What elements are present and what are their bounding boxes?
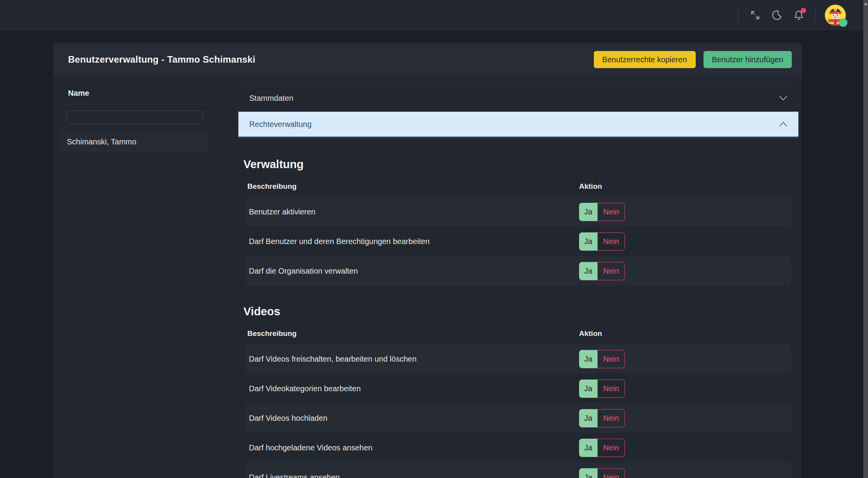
table-header: Beschreibung Aktion — [246, 328, 791, 339]
dark-mode-button[interactable] — [769, 7, 785, 23]
table-row: Darf hochgeladene Videos ansehen Ja Nein — [246, 433, 791, 462]
permission-toggle: Ja Nein — [579, 262, 625, 280]
accordion-label: Rechteverwaltung — [249, 120, 312, 129]
permission-toggle: Ja Nein — [579, 409, 625, 427]
expand-icon — [750, 10, 761, 21]
divider — [60, 104, 209, 104]
toggle-nein-button[interactable]: Nein — [597, 439, 625, 457]
permission-toggle: Ja Nein — [579, 203, 625, 221]
user-avatar[interactable] — [824, 4, 846, 26]
toggle-ja-button[interactable]: Ja — [579, 439, 597, 457]
moon-icon — [772, 10, 782, 21]
card-header: Benutzerverwaltung - Tammo Schimanski Be… — [53, 43, 802, 76]
online-status-dot — [839, 18, 847, 27]
toggle-ja-button[interactable]: Ja — [579, 380, 597, 398]
accordion-item-stammdaten[interactable]: Stammdaten — [238, 85, 798, 112]
toggle-ja-button[interactable]: Ja — [579, 468, 597, 478]
top-navigation-bar — [0, 0, 863, 30]
table-row: Darf Livestreams ansehen Ja Nein — [246, 462, 791, 478]
header-actions: Benutzerrechte kopieren Benutzer hinzufü… — [594, 51, 792, 68]
fullscreen-button[interactable] — [747, 7, 763, 23]
section-videos: Videos Beschreibung Aktion Darf Videos f… — [238, 304, 799, 478]
user-list-item[interactable]: Schimanski, Tammo — [60, 130, 209, 153]
permission-description: Darf die Organisation verwalten — [246, 267, 579, 276]
toggle-nein-button[interactable]: Nein — [597, 409, 625, 427]
toggle-nein-button[interactable]: Nein — [597, 262, 625, 280]
table-row: Benutzer aktivieren Ja Nein — [246, 197, 791, 227]
toggle-nein-button[interactable]: Nein — [597, 232, 625, 251]
notification-badge — [801, 8, 806, 13]
accordion-label: Stammdaten — [249, 94, 293, 103]
section-title: Videos — [243, 304, 799, 319]
table-row: Darf die Organisation verwalten Ja Nein — [246, 256, 791, 286]
divider — [738, 8, 738, 23]
permission-toggle: Ja Nein — [579, 232, 625, 251]
toggle-nein-button[interactable]: Nein — [597, 380, 625, 398]
table-header: Beschreibung Aktion — [246, 181, 791, 192]
table-row: Darf Videokategorien bearbeiten Ja Nein — [246, 374, 791, 403]
permission-table: Benutzer aktivieren Ja Nein Darf Benutze… — [246, 197, 791, 286]
accordion: Stammdaten Rechteverwaltung — [238, 85, 799, 139]
name-column-header: Name — [68, 89, 209, 98]
table-row: Darf Benutzer und deren Berechtigungen b… — [246, 227, 791, 256]
column-header-beschreibung: Beschreibung — [246, 182, 579, 191]
chevron-down-icon — [779, 94, 788, 103]
column-header-beschreibung: Beschreibung — [246, 329, 579, 338]
section-title: Verwaltung — [243, 156, 799, 172]
details-panel: Stammdaten Rechteverwaltung — [238, 85, 799, 478]
topbar-actions — [735, 4, 863, 26]
permission-toggle: Ja Nein — [579, 468, 625, 478]
notifications-button[interactable] — [791, 7, 807, 23]
section-verwaltung: Verwaltung Beschreibung Aktion Benutzer … — [238, 156, 799, 286]
toggle-nein-button[interactable]: Nein — [597, 468, 625, 478]
toggle-nein-button[interactable]: Nein — [597, 350, 625, 368]
toggle-ja-button[interactable]: Ja — [579, 350, 597, 368]
name-filter-input[interactable] — [67, 111, 203, 124]
page-title: Benutzerverwaltung - Tammo Schimanski — [68, 54, 256, 65]
divider — [816, 8, 816, 23]
vertical-scrollbar[interactable] — [863, 0, 868, 478]
permission-description: Darf Videokategorien bearbeiten — [246, 384, 579, 393]
permission-description: Benutzer aktivieren — [246, 207, 579, 216]
permission-toggle: Ja Nein — [579, 439, 625, 457]
add-user-button[interactable]: Benutzer hinzufügen — [704, 51, 792, 68]
toggle-ja-button[interactable]: Ja — [579, 409, 597, 427]
permission-description: Darf Videos hochladen — [246, 414, 579, 423]
column-header-aktion: Aktion — [579, 329, 791, 338]
permission-toggle: Ja Nein — [579, 380, 625, 398]
column-header-aktion: Aktion — [579, 182, 791, 191]
user-name: Schimanski, Tammo — [67, 137, 136, 146]
permission-table: Darf Videos freischalten, bearbeiten und… — [246, 344, 791, 478]
toggle-ja-button[interactable]: Ja — [579, 203, 597, 221]
table-row: Darf Videos freischalten, bearbeiten und… — [246, 344, 791, 374]
permission-description: Darf Livestreams ansehen — [246, 473, 579, 478]
scroll-up-arrow-icon[interactable] — [864, 2, 868, 5]
permission-description: Darf Benutzer und deren Berechtigungen b… — [246, 237, 579, 246]
accordion-item-rechteverwaltung[interactable]: Rechteverwaltung — [238, 112, 798, 138]
user-list-panel: Name Schimanski, Tammo — [60, 85, 209, 478]
toggle-ja-button[interactable]: Ja — [579, 232, 597, 251]
copy-user-rights-button[interactable]: Benutzerrechte kopieren — [594, 51, 696, 68]
permission-description: Darf hochgeladene Videos ansehen — [246, 443, 579, 452]
toggle-nein-button[interactable]: Nein — [597, 203, 625, 221]
permission-description: Darf Videos freischalten, bearbeiten und… — [246, 355, 579, 364]
chevron-up-icon — [779, 120, 788, 129]
table-row: Darf Videos hochladen Ja Nein — [246, 403, 791, 433]
permission-toggle: Ja Nein — [579, 350, 625, 368]
toggle-ja-button[interactable]: Ja — [579, 262, 597, 280]
card-body: Name Schimanski, Tammo Stammdaten — [53, 76, 802, 478]
user-management-card: Benutzerverwaltung - Tammo Schimanski Be… — [53, 43, 802, 478]
